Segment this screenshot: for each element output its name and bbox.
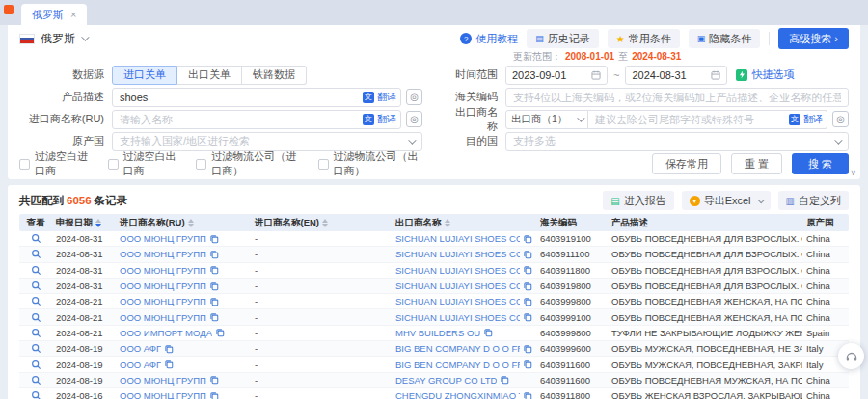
importer-ru-link[interactable]: ООО МЮНЦ ГРУПП [120,390,206,399]
view-record-button[interactable] [19,249,52,259]
importer-ru-link[interactable]: ООО МЮНЦ ГРУПП [120,296,206,306]
importer-ru-link[interactable]: ООО ИМПОРТ МОДА [120,328,212,338]
importer-ru-link[interactable]: ООО МЮНЦ ГРУПП [120,375,206,386]
tab-close-icon[interactable]: × [70,9,76,20]
view-record-button[interactable] [19,375,52,386]
view-record-button[interactable] [19,233,52,244]
filter-checkbox[interactable]: 过滤物流公司（出口商） [318,149,422,178]
column-header[interactable]: 进口商名称(RU) [116,217,251,229]
copy-button[interactable] [209,391,219,399]
copy-button[interactable] [164,359,174,369]
importer-ru-link[interactable]: ООО МЮНЦ ГРУПП [120,280,206,291]
importer-ru-link[interactable]: ООО АФГ [120,343,161,354]
view-record-button[interactable] [19,390,52,399]
view-record-button[interactable] [19,296,52,306]
importer-ru-link[interactable]: ООО МЮНЦ ГРУПП [120,249,206,259]
dest-country-select[interactable]: 支持多选 [505,132,849,151]
copy-button[interactable] [523,250,532,259]
copy-button[interactable] [523,312,532,322]
filter-checkbox[interactable]: 过滤空白出口商 [108,149,179,178]
importer-ru-link[interactable]: ООО МЮНЦ ГРУПП [120,265,206,276]
view-record-button[interactable] [19,359,52,370]
translate-button[interactable]: 文 翻译 [363,91,396,104]
importer-ru-link[interactable]: ООО АФГ [120,359,161,370]
copy-button[interactable] [209,375,219,385]
copy-button[interactable] [523,344,532,354]
view-record-button[interactable] [19,328,52,338]
collapse-panel-icon[interactable]: ∨ [850,168,856,177]
copy-button[interactable] [523,359,532,369]
customize-columns-button[interactable]: ▥ 自定义列 [778,191,849,210]
exact-match-icon[interactable]: ◎ [832,111,849,127]
exporter-link[interactable]: SICHUAN LUJIAYI SHOES CO LTD [395,280,520,291]
copy-button[interactable] [523,281,532,291]
advanced-search-button[interactable]: 高级搜索 › [778,28,849,49]
column-header[interactable]: 申报日期 [52,217,116,229]
origin-country-select[interactable]: 支持输入国家/地区进行检索 [112,132,422,151]
filter-checkbox[interactable]: 过滤物流公司（进口商） [196,149,300,178]
sort-icon[interactable] [445,219,450,227]
exporter-link[interactable]: SICHUAN LUJIAYI SHOES CO LTD [395,265,520,276]
filter-checkbox[interactable]: 过滤空白进口商 [19,149,91,178]
tutorial-button[interactable]: ? 使用教程 [460,32,518,46]
exporter-link[interactable]: MHV BUILDERS OU [395,328,480,338]
translate-button[interactable]: 文 翻译 [789,113,823,126]
data-source-tab[interactable]: 铁路数据 [242,66,307,85]
importer-ru-link[interactable]: ООО МЮНЦ ГРУПП [120,233,206,244]
copy-button[interactable] [209,250,219,259]
exact-match-icon[interactable]: ◎ [406,89,422,105]
copy-button[interactable] [209,281,219,291]
copy-button[interactable] [523,391,532,399]
sort-icon[interactable] [188,219,194,227]
start-date-input[interactable]: 2023-09-01 [505,66,608,85]
copy-button[interactable] [209,265,219,275]
copy-button[interactable] [164,344,174,354]
view-record-button[interactable] [19,280,52,291]
translate-button[interactable]: 文 翻译 [363,113,396,126]
exporter-link[interactable]: BIG BEN COMPANY D O O FROM BEST T [395,359,520,370]
data-source-tab[interactable]: 进口关单 [112,66,177,85]
hs-code-input[interactable] [505,88,849,107]
exporter-link[interactable]: DESAY GROUP CO LTD [395,375,497,386]
favorite-conditions-button[interactable]: ★ 常用条件 [608,29,680,48]
copy-button[interactable] [215,328,225,337]
exporter-link[interactable]: SICHUAN LUJIAYI SHOES CO LTD [395,296,520,306]
view-record-button[interactable] [19,265,52,276]
data-source-tab[interactable]: 出口关单 [177,66,242,85]
sort-icon[interactable] [95,219,101,227]
importer-ru-link[interactable]: ООО МЮНЦ ГРУПП [120,312,206,323]
view-record-button[interactable] [19,343,52,354]
customer-service-button[interactable] [838,343,864,369]
tab-russia[interactable]: 俄罗斯 × [21,4,87,25]
sort-icon[interactable] [322,219,328,227]
copy-button[interactable] [209,312,219,322]
hide-conditions-button[interactable]: ▣ 隐藏条件 [689,29,761,48]
save-conditions-button[interactable]: 保存常用 [652,153,721,174]
copy-button[interactable] [500,375,509,385]
importer-input[interactable] [112,110,401,129]
country-selector[interactable]: 俄罗斯 [19,31,87,47]
copy-button[interactable] [523,234,532,244]
export-excel-button[interactable]: ▼ 导出Excel [682,191,771,210]
exporter-link[interactable]: SICHUAN LUJIAYI SHOES CO LTD [395,312,520,323]
exporter-link[interactable]: BIG BEN COMPANY D O O FROM BEST T [395,343,520,354]
copy-button[interactable] [523,265,532,275]
column-header[interactable]: 出口商名称 [392,217,536,229]
copy-button[interactable] [209,297,219,306]
copy-button[interactable] [209,234,219,244]
enter-report-button[interactable]: ▤ 进入报告 [603,191,673,210]
exporter-type-select[interactable]: 出口商（1） [505,110,588,129]
end-date-input[interactable]: 2024-08-31 [625,66,727,85]
copy-button[interactable] [523,297,532,306]
exporter-link[interactable]: SICHUAN LUJIAYI SHOES CO LTD [395,249,520,259]
column-header[interactable]: 进口商名称(EN) [251,217,392,229]
history-button[interactable]: ▤ 历史记录 [527,29,599,48]
product-desc-input[interactable] [112,88,401,107]
quick-options-button[interactable]: 快捷选项 [736,67,794,82]
exporter-link[interactable]: CHENGDU ZHONGXINMIAO TRADING C [395,390,520,399]
reset-button[interactable]: 重 置 [731,153,782,174]
view-record-button[interactable] [19,312,52,323]
search-button[interactable]: 搜 索 [792,153,849,174]
exporter-link[interactable]: SICHUAN LUJIAYI SHOES CO LTD [395,233,520,244]
copy-button[interactable] [483,328,493,337]
